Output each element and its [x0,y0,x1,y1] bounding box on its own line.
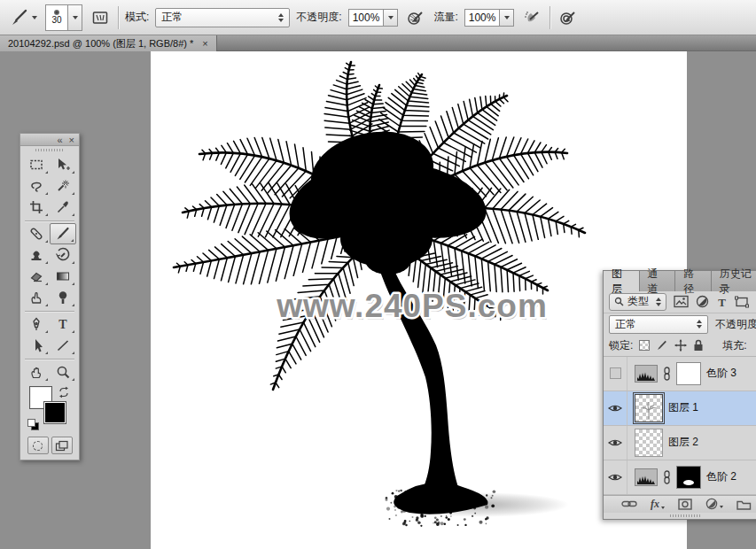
layers-panel-footer: fx [604,495,756,513]
opacity-field[interactable]: 100% [348,9,399,27]
visibility-toggle[interactable] [604,357,627,390]
brush-icon [10,8,29,27]
layer-thumbnail[interactable] [635,394,663,422]
default-colors-icon[interactable] [27,419,39,430]
layer-blend-mode-select[interactable]: 正常 [609,315,708,334]
panel-resize-grip[interactable] [604,513,756,519]
mask-link-icon[interactable] [663,470,671,484]
tool-crop[interactable] [23,197,50,218]
tool-lasso[interactable] [23,175,50,197]
tool-clone-stamp[interactable] [23,244,50,266]
layer-style-button[interactable]: fx [651,498,665,511]
tool-grid: T [20,154,79,383]
layer-row-levels-3[interactable]: 色阶 3 [604,357,756,391]
flow-field[interactable]: 100% [464,9,515,27]
layer-row-layer-1[interactable]: 图层 1 [604,391,756,426]
brush-size-caret[interactable] [68,4,82,31]
brush-size-widget[interactable]: 30 [45,4,82,31]
visibility-toggle[interactable] [604,391,627,425]
background-color-swatch[interactable] [43,401,66,424]
flow-caret[interactable] [500,9,514,27]
visibility-toggle[interactable] [604,460,627,494]
lock-row: 锁定: 填充: [604,336,756,357]
pressure-opacity-icon[interactable] [404,6,427,29]
layer-mask-thumbnail[interactable] [676,362,701,385]
lock-label: 锁定: [609,338,633,353]
tool-move[interactable] [50,154,76,175]
new-group-icon[interactable] [737,499,752,510]
toolbox-drag-grip[interactable] [20,146,79,154]
blend-row: 正常 不透明度: [604,313,756,336]
new-adjustment-layer-button[interactable] [705,498,723,510]
tool-type[interactable]: T [50,313,76,335]
layer-row-levels-2[interactable]: 色阶 2 [604,460,756,495]
chevron-down-icon [32,16,37,19]
tool-eyedropper[interactable] [50,197,76,218]
link-layers-icon[interactable] [621,499,637,508]
opacity-caret[interactable] [384,9,398,27]
tool-path-selection[interactable] [23,335,50,356]
fill-label: 填充: [722,338,746,353]
brush-preset-button[interactable] [7,6,39,29]
tool-healing-brush[interactable] [23,223,50,244]
pressure-size-icon[interactable] [557,6,580,29]
collapse-panel-icon[interactable]: « [57,135,62,145]
add-mask-icon[interactable] [678,499,692,510]
filter-pixel-layers-icon[interactable] [674,295,689,308]
filter-adjustment-layers-icon[interactable] [696,295,709,308]
layer-filter-row: 类型 T [604,291,756,313]
tool-rectangular-marquee[interactable] [23,154,50,175]
close-icon[interactable]: × [202,39,207,49]
search-icon [614,297,624,306]
mask-link-icon[interactable] [663,367,671,381]
lock-position-icon[interactable] [674,339,687,352]
toolbox-header: « × [20,134,79,146]
filter-type-layers-icon[interactable]: T [716,296,728,308]
document-tab-bar: 20104292.psd @ 100% (图层 1, RGB/8#) * × [0,35,756,51]
tool-line[interactable] [50,335,76,356]
layer-thumbnail[interactable] [635,429,663,457]
tab-history[interactable]: 历史记录 [712,271,756,291]
tab-channels[interactable]: 通道 [640,271,676,291]
toggle-brush-panel-button[interactable] [89,6,112,29]
visibility-off-checkbox [610,367,621,379]
tool-magic-wand[interactable] [50,175,76,197]
blend-mode-select[interactable]: 正常 [155,8,290,27]
tool-hand[interactable] [23,361,50,383]
tool-dodge[interactable] [50,287,76,308]
brush-size-value: 30 [51,16,61,25]
layer-name: 色阶 3 [706,366,737,381]
tab-layers[interactable]: 图层 [604,271,640,291]
document-tab[interactable]: 20104292.psd @ 100% (图层 1, RGB/8#) * × [0,35,217,51]
screen-mode-button[interactable] [51,437,73,454]
opacity-value: 100% [353,12,380,24]
lock-all-icon[interactable] [693,339,704,352]
layers-panel: 图层 通道 路径 历史记录 类型 T 正常 [603,270,756,520]
lock-pixels-icon[interactable] [656,339,668,352]
lock-transparency-icon[interactable] [639,340,650,351]
tool-eraser[interactable] [23,266,50,287]
filter-shape-layers-icon[interactable] [735,296,749,308]
quick-mask-button[interactable] [27,437,49,454]
photoshop-window: 30 模式: 正常 不透明度: 100% [0,0,756,549]
tool-history-brush[interactable] [50,244,76,266]
layer-name: 图层 2 [668,435,698,450]
filter-type-select[interactable]: 类型 [609,293,666,311]
tool-smudge[interactable] [23,287,50,308]
workspace: www.240PS.com www.240PS.com « × [0,51,756,549]
eye-icon [608,437,622,448]
tool-gradient[interactable] [50,266,76,287]
close-panel-icon[interactable]: × [69,135,74,145]
tool-brush[interactable] [50,223,76,244]
airbrush-icon[interactable] [520,6,543,29]
swap-colors-icon[interactable] [58,386,70,398]
layer-mask-thumbnail[interactable] [676,466,701,489]
tab-paths[interactable]: 路径 [675,271,712,291]
tool-pen[interactable] [23,313,50,335]
tool-zoom[interactable] [50,361,76,383]
levels-adjustment-icon [635,468,658,486]
visibility-toggle[interactable] [604,426,627,460]
layer-list: 色阶 3 图层 1 [604,357,756,495]
document-title: 20104292.psd @ 100% (图层 1, RGB/8#) * [8,37,193,50]
layer-row-layer-2[interactable]: 图层 2 [604,426,756,460]
